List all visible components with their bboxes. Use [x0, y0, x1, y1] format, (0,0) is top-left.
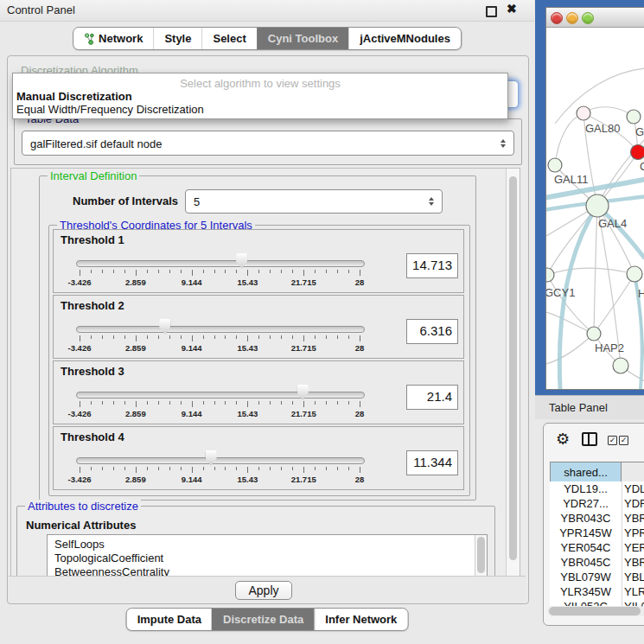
algorithm-option-equal-width[interactable]: Equal Width/Frequency Discretization: [16, 103, 204, 116]
minimize-button[interactable]: [566, 12, 578, 24]
table-row[interactable]: YBR045CYBR0: [550, 555, 644, 570]
table-row[interactable]: YER054CYER0: [550, 540, 644, 555]
table-row[interactable]: YBL079WYBL0: [550, 570, 644, 584]
gear-icon[interactable]: ⚙: [556, 431, 570, 447]
slider-tick: [181, 401, 182, 405]
zoom-button[interactable]: [582, 12, 594, 24]
network-node-gal80[interactable]: [577, 106, 590, 120]
network-node-g[interactable]: [627, 110, 641, 124]
slider-tick-label: -3.426: [68, 343, 92, 353]
threshold-value-field[interactable]: 21.4: [406, 385, 458, 410]
table-data-combo[interactable]: galFiltered.sif default node: [22, 131, 514, 156]
slider-track[interactable]: [76, 326, 365, 333]
slider-tick: [292, 401, 293, 405]
algorithm-placeholder[interactable]: Select algorithm to view settings: [13, 77, 507, 90]
slider-tick: [326, 401, 327, 405]
network-window[interactable]: GAL80G.CGAL11GAL4GCY1HHAP2: [545, 7, 644, 390]
tab-cyni-toolbox[interactable]: Cyni Toolbox: [257, 28, 348, 49]
table-row[interactable]: YLR345WYLR3: [550, 584, 644, 599]
attributes-list-scrollbar[interactable]: [475, 535, 487, 577]
slider-tick: [292, 270, 293, 273]
network-canvas[interactable]: GAL80G.CGAL11GAL4GCY1HHAP2: [546, 27, 644, 389]
slider-tick: [303, 335, 304, 341]
tab-label: Infer Network: [325, 613, 397, 626]
num-intervals-combo[interactable]: 5: [185, 189, 443, 214]
node-label: GCY1: [546, 286, 575, 299]
slider-tick: [225, 467, 226, 470]
list-item[interactable]: TopologicalCoefficient: [48, 552, 487, 565]
slider-tick-label: 2.859: [125, 409, 146, 418]
close-icon[interactable]: ✖: [507, 2, 517, 16]
slider-tick: [158, 467, 159, 470]
slider-tick: [247, 270, 248, 276]
network-node-c[interactable]: [631, 145, 644, 160]
slider-tick-label: 15.43: [238, 409, 258, 418]
algorithm-option-manual[interactable]: Manual Discretization: [16, 90, 132, 103]
tab-select[interactable]: Select: [201, 28, 256, 49]
checkbox-icon[interactable]: ✓: [608, 436, 617, 445]
table-row[interactable]: YBR043CYBR0: [550, 511, 644, 526]
bottom-tab-impute-data[interactable]: Impute Data: [127, 609, 212, 630]
slider-tick: [236, 270, 237, 273]
vertical-scrollbar[interactable]: [506, 169, 520, 577]
tab-jactivemnodules[interactable]: jActiveMNodules: [348, 28, 461, 49]
slider-tick: [113, 270, 114, 273]
slider-tick: [158, 270, 159, 273]
slider-track[interactable]: [76, 457, 365, 464]
network-window-titlebar[interactable]: [546, 8, 644, 28]
network-view-frame: GAL80G.CGAL11GAL4GCY1HHAP2: [535, 0, 644, 395]
threshold-label: Threshold 4: [61, 430, 124, 443]
threshold-value-field[interactable]: 11.344: [406, 450, 458, 475]
slider-track[interactable]: [76, 260, 365, 267]
threshold-label: Threshold 1: [61, 233, 124, 246]
column-header-2[interactable]: na: [621, 462, 644, 482]
attributes-title: Attributes to discretize: [25, 500, 141, 513]
network-node-gal4[interactable]: [586, 194, 609, 217]
slider-track[interactable]: [76, 392, 365, 399]
slider-tick-label: 28: [355, 409, 365, 418]
bottom-tab-infer-network[interactable]: Infer Network: [314, 609, 407, 630]
bottom-tab-discretize-data[interactable]: Discretize Data: [212, 609, 314, 630]
network-node-gcy1[interactable]: [546, 268, 554, 282]
slider-tick: [348, 401, 349, 405]
slider-tick: [124, 270, 125, 273]
column-header-1[interactable]: shared...: [550, 462, 622, 482]
slider-tick: [113, 401, 114, 405]
slider-tick: [258, 335, 259, 339]
float-window-icon[interactable]: [486, 6, 497, 17]
tab-style[interactable]: Style: [153, 28, 201, 49]
slider-tick: [281, 270, 282, 273]
network-node-hap2[interactable]: [587, 327, 601, 341]
checkbox-icon[interactable]: ✓: [619, 436, 628, 445]
network-node-gal11[interactable]: [548, 158, 562, 172]
num-intervals-label: Number of Intervals: [73, 194, 178, 207]
slider-tick-label: 21.715: [291, 409, 316, 418]
tab-network[interactable]: Network: [73, 28, 153, 49]
threshold-value-field[interactable]: 14.713: [406, 253, 458, 278]
tab-label: Impute Data: [137, 613, 201, 626]
table-row[interactable]: YPR145WYPR1: [550, 526, 644, 540]
table-cell: YBR045C: [550, 555, 622, 570]
slider-tick: [181, 467, 182, 470]
table-cell: YLR345W: [550, 584, 622, 599]
slider-tick-label: 28: [355, 343, 365, 353]
table-rows: YDL19...YDL1YDR27...YDR2YBR043CYBR0YPR14…: [550, 481, 644, 607]
slider-tick: [124, 335, 125, 339]
table-cell: YPR145W: [550, 526, 622, 540]
table-row[interactable]: YDL19...YDL1: [550, 481, 644, 496]
slider-tick: [91, 270, 92, 273]
split-view-icon[interactable]: [582, 432, 597, 446]
network-node-h[interactable]: [627, 266, 642, 282]
slider-tick-label: 28: [355, 277, 365, 287]
network-node[interactable]: [613, 358, 628, 373]
threshold-value-field[interactable]: 6.316: [406, 319, 458, 344]
horizontal-scrollbar[interactable]: [547, 606, 644, 616]
table-row[interactable]: YDR27...YDR2: [550, 496, 644, 511]
slider-tick: [270, 401, 271, 405]
apply-button[interactable]: Apply: [235, 581, 292, 600]
close-button[interactable]: [551, 12, 563, 24]
slider-tick: [348, 335, 349, 339]
slider-tick: [181, 270, 182, 273]
slider-tick-label: 15.43: [238, 475, 258, 484]
list-item[interactable]: SelfLoops: [48, 538, 487, 552]
